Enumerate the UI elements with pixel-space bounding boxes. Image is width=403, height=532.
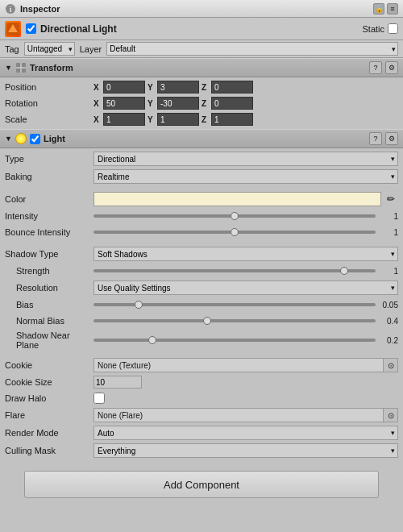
light-triangle: ▼: [5, 135, 12, 143]
static-label: Static: [362, 24, 384, 34]
strength-slider[interactable]: [93, 269, 376, 272]
position-y[interactable]: [157, 81, 199, 94]
layer-select[interactable]: Default: [106, 42, 398, 56]
pos-y-label: Y: [147, 83, 156, 92]
color-field[interactable]: [93, 192, 381, 206]
type-select[interactable]: Directional: [93, 152, 398, 166]
normal-bias-label: Normal Bias: [5, 316, 93, 326]
shadow-near-slider[interactable]: [93, 339, 376, 342]
transform-help-btn[interactable]: ?: [369, 61, 382, 74]
rotation-row: Rotation X Y Z: [0, 95, 403, 111]
bounce-intensity-value: 1: [379, 228, 398, 237]
cookie-row: Cookie None (Texture) ⊙: [0, 356, 403, 374]
culling-mask-row: Culling Mask Everything: [0, 442, 403, 459]
tag-select[interactable]: Untagged: [24, 42, 75, 56]
scale-z[interactable]: [211, 113, 253, 126]
shadow-type-label: Shadow Type: [5, 249, 93, 259]
rot-x-label: X: [93, 99, 102, 108]
rotation-x[interactable]: [103, 97, 145, 110]
flare-field: None (Flare): [93, 408, 384, 422]
render-mode-select[interactable]: Auto: [93, 426, 398, 440]
cookie-label: Cookie: [5, 360, 93, 370]
object-header: Directional Light Static: [0, 18, 403, 40]
rotation-z[interactable]: [211, 97, 253, 110]
position-row: Position X Y Z: [0, 79, 403, 95]
static-checkbox[interactable]: [388, 23, 398, 34]
scale-y[interactable]: [157, 113, 199, 126]
light-help-btn[interactable]: ?: [369, 132, 382, 145]
culling-mask-label: Culling Mask: [5, 446, 93, 455]
color-label: Color: [5, 194, 93, 204]
position-x[interactable]: [103, 81, 145, 94]
bounce-intensity-label: Bounce Intensity: [5, 227, 93, 237]
transform-icon: [15, 62, 27, 73]
add-component-button[interactable]: Add Component: [24, 471, 379, 498]
strength-row: Strength 1: [0, 263, 403, 279]
object-enabled-checkbox[interactable]: [26, 23, 36, 34]
normal-bias-slider[interactable]: [93, 319, 376, 322]
light-settings-btn[interactable]: ⚙: [385, 132, 398, 145]
light-icon: [15, 133, 27, 144]
object-icon: [5, 21, 21, 37]
scale-row: Scale X Y Z: [0, 111, 403, 127]
shadow-near-row: Shadow Near Plane 0.2: [0, 329, 403, 351]
resolution-label: Resolution: [5, 283, 93, 293]
light-enabled-checkbox[interactable]: [30, 134, 40, 144]
title-text: Inspector: [20, 4, 60, 14]
color-row: Color ✏: [0, 190, 403, 208]
normal-bias-value: 0.4: [379, 317, 398, 326]
cookie-select-btn[interactable]: ⊙: [384, 358, 398, 372]
cookie-field: None (Texture): [93, 358, 384, 372]
intensity-value: 1: [379, 212, 398, 221]
intensity-label: Intensity: [5, 211, 93, 221]
rot-y-label: Y: [147, 99, 156, 108]
resolution-select[interactable]: Use Quality Settings: [93, 281, 398, 295]
svg-text:i: i: [10, 5, 12, 13]
draw-halo-checkbox[interactable]: [93, 393, 105, 404]
transform-content: Position X Y Z Rotation X Y: [0, 77, 403, 129]
bias-value: 0.05: [379, 301, 398, 310]
transform-settings-btn[interactable]: ⚙: [385, 61, 398, 74]
culling-mask-select[interactable]: Everything: [93, 443, 398, 458]
light-content: Type Directional Baking Realtime Color ✏: [0, 148, 403, 461]
position-label: Position: [5, 82, 93, 92]
object-name: Directional Light: [40, 23, 362, 35]
tag-label: Tag: [5, 44, 19, 54]
type-row: Type Directional: [0, 150, 403, 168]
position-z[interactable]: [211, 81, 253, 94]
scale-x[interactable]: [103, 113, 145, 126]
menu-button[interactable]: ≡: [387, 3, 398, 15]
transform-section-header: ▼ Transform ? ⚙: [0, 58, 403, 77]
strength-value: 1: [379, 267, 398, 276]
shadow-type-select[interactable]: Soft Shadows: [93, 247, 398, 261]
draw-halo-row: Draw Halo: [0, 390, 403, 406]
bias-slider[interactable]: [93, 303, 376, 306]
cookie-size-input[interactable]: [93, 376, 142, 389]
light-section-header: ▼ Light ? ⚙: [0, 129, 403, 148]
shadow-near-label: Shadow Near Plane: [5, 330, 93, 350]
bias-row: Bias 0.05: [0, 297, 403, 313]
lock-button[interactable]: 🔒: [373, 3, 384, 15]
intensity-slider[interactable]: [93, 214, 376, 218]
flare-row: Flare None (Flare) ⊙: [0, 406, 403, 424]
render-mode-label: Render Mode: [5, 428, 93, 438]
transform-title: Transform: [30, 63, 369, 73]
baking-label: Baking: [5, 172, 93, 181]
cookie-size-label: Cookie Size: [5, 377, 93, 387]
rotation-y[interactable]: [157, 97, 199, 110]
intensity-row: Intensity 1: [0, 208, 403, 224]
layer-label: Layer: [80, 44, 102, 54]
shadow-type-row: Shadow Type Soft Shadows: [0, 245, 403, 263]
baking-select[interactable]: Realtime: [93, 169, 398, 184]
type-label: Type: [5, 154, 93, 164]
scale-y-label: Y: [147, 115, 156, 124]
render-mode-row: Render Mode Auto: [0, 424, 403, 442]
rotation-label: Rotation: [5, 98, 93, 108]
strength-label: Strength: [5, 266, 93, 276]
scale-x-label: X: [93, 115, 102, 124]
bounce-intensity-slider[interactable]: [93, 231, 376, 234]
color-picker-btn[interactable]: ✏: [384, 192, 398, 206]
pos-x-label: X: [93, 83, 102, 92]
rot-z-label: Z: [202, 99, 210, 108]
flare-select-btn[interactable]: ⊙: [384, 408, 398, 422]
